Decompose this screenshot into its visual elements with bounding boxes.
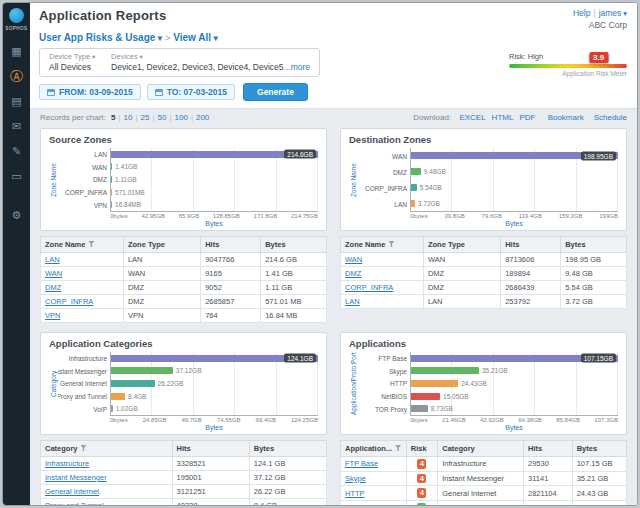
- separator: |: [593, 8, 595, 18]
- row-link[interactable]: Infrastructure: [45, 459, 89, 468]
- row-link[interactable]: Proxy and Tunnel: [45, 501, 103, 505]
- column-header-hits[interactable]: Hits: [501, 237, 561, 253]
- cell: 214.6 GB: [261, 253, 327, 267]
- chart-title: Source Zones: [49, 134, 318, 145]
- category-label: VoIP: [58, 403, 110, 416]
- date-from-picker[interactable]: FROM: 03-09-2015: [39, 84, 141, 100]
- destination-zones-table: Zone NameZone TypeHitsBytesWANWAN8713606…: [340, 236, 627, 309]
- cell: WAN: [123, 267, 200, 281]
- cell: 24.43 GB: [572, 486, 626, 501]
- filter-funnel-icon[interactable]: [388, 241, 394, 247]
- row-link[interactable]: NetBIOS: [345, 503, 375, 505]
- cell: 9165: [201, 267, 261, 281]
- filter-funnel-icon[interactable]: [88, 241, 94, 247]
- column-header-zone-type[interactable]: Zone Type: [123, 237, 200, 253]
- records-option-100[interactable]: 100: [175, 113, 188, 122]
- records-option-25[interactable]: 25: [141, 113, 150, 122]
- x-tick: 214.75GB: [291, 213, 318, 219]
- column-header-category[interactable]: Category: [41, 441, 173, 457]
- risk-meter-caption: Application Risk Meter: [509, 70, 627, 77]
- column-header-bytes[interactable]: Bytes: [561, 237, 627, 253]
- plot-area: 198.95GB9.48GB5.54GB3.72GB: [410, 148, 618, 212]
- user-menu[interactable]: james: [599, 8, 627, 18]
- category-label: Proxy and Tunnel: [58, 390, 110, 403]
- date-to-picker[interactable]: TO: 07-03-2015: [147, 84, 235, 100]
- column-header-hits[interactable]: Hits: [201, 237, 261, 253]
- records-option-10[interactable]: 10: [124, 113, 133, 122]
- row-link[interactable]: LAN: [345, 297, 360, 306]
- breadcrumb-section-dropdown[interactable]: User App Risks & Usage: [39, 32, 162, 43]
- cell: 8713606: [501, 253, 561, 267]
- bookmark-link[interactable]: Bookmark: [548, 113, 584, 122]
- row-link[interactable]: FTP Base: [345, 459, 378, 468]
- settings-gear-icon[interactable]: ⚙: [3, 203, 30, 228]
- reports-icon[interactable]: ▤: [3, 89, 30, 114]
- download-label: Download:: [413, 113, 451, 122]
- help-link[interactable]: Help: [573, 8, 590, 18]
- row-link[interactable]: General Internet: [45, 487, 99, 496]
- row-link[interactable]: HTTP: [345, 489, 365, 498]
- column-header-category[interactable]: Category: [438, 441, 524, 457]
- category-label: Skype: [358, 365, 410, 378]
- bar-proxy-and-tunnel: [111, 393, 125, 400]
- row-link[interactable]: CORP_INFRA: [45, 297, 93, 306]
- more-devices-link[interactable]: ...more: [284, 62, 310, 72]
- column-header-hits[interactable]: Hits: [524, 441, 573, 457]
- records-option-50[interactable]: 50: [158, 113, 167, 122]
- row-link[interactable]: VPN: [45, 311, 60, 320]
- records-option-5[interactable]: 5: [111, 113, 115, 122]
- filter-funnel-icon[interactable]: [395, 445, 401, 451]
- column-header-risk[interactable]: Risk: [406, 441, 437, 457]
- column-header-bytes[interactable]: Bytes: [572, 441, 626, 457]
- device-type-dropdown[interactable]: Device Type: [49, 52, 95, 61]
- devices-dropdown[interactable]: Devices: [111, 52, 310, 61]
- column-header-application-[interactable]: Application...: [341, 441, 407, 457]
- category-label: WAN: [358, 148, 410, 164]
- bar-value-label: 37.12GB: [176, 367, 202, 374]
- row-link[interactable]: WAN: [345, 255, 362, 264]
- x-tick: 85.84GB: [556, 417, 580, 423]
- bar-tor-proxy: [411, 405, 428, 412]
- row-link[interactable]: CORP_INFRA: [345, 283, 393, 292]
- custom-view-icon[interactable]: ✎: [3, 139, 30, 164]
- column-header-zone-type[interactable]: Zone Type: [423, 237, 500, 253]
- x-axis-ticks: 0bytes21.46GB42.92GB64.38GB85.84GB107.3G…: [410, 417, 618, 423]
- bar-value-label: 9.48GB: [424, 168, 446, 175]
- row-link[interactable]: DMZ: [345, 269, 361, 278]
- email-schedule-icon[interactable]: ✉: [3, 114, 30, 139]
- bar-row: 198.95GB: [411, 148, 618, 164]
- row-link[interactable]: WAN: [45, 269, 62, 278]
- filter-funnel-icon[interactable]: [81, 445, 87, 451]
- plot-area: 107.15GB35.21GB24.43GB15.05GB8.73GB: [410, 352, 618, 416]
- compliance-icon[interactable]: ▭: [3, 164, 30, 189]
- category-axis: WANDMZCORP_INFRALAN: [358, 148, 410, 212]
- bar-value-label: 214.6GB: [284, 150, 316, 159]
- destination-zones-chart: Zone Name WANDMZCORP_INFRALAN 198.95GB9.…: [349, 148, 618, 227]
- download-pdf-link[interactable]: PDF: [519, 113, 535, 122]
- schedule-link[interactable]: Schedule: [594, 113, 627, 122]
- row-link[interactable]: DMZ: [45, 283, 61, 292]
- cell: 35.21 GB: [572, 471, 626, 486]
- row-link[interactable]: Skype: [345, 474, 366, 483]
- download-excel-link[interactable]: EXCEL: [459, 113, 485, 122]
- column-header-hits[interactable]: Hits: [172, 441, 249, 457]
- row-link[interactable]: Instant Messenger: [45, 473, 107, 482]
- records-option-200[interactable]: 200: [196, 113, 209, 122]
- column-header-bytes[interactable]: Bytes: [261, 237, 327, 253]
- table-row: Skype4Instant Messenger3114135.21 GB: [341, 471, 627, 486]
- cell: DMZ: [423, 281, 500, 295]
- table-row: NetBIOS1Infrastructure49001015.05 GB: [341, 501, 627, 505]
- column-header-bytes[interactable]: Bytes: [249, 441, 326, 457]
- cell: WAN: [341, 253, 424, 267]
- x-tick: 0bytes: [110, 417, 128, 423]
- download-html-link[interactable]: HTML: [492, 113, 514, 122]
- column-header-zone-name[interactable]: Zone Name: [41, 237, 124, 253]
- cell: 9047766: [201, 253, 261, 267]
- dashboard-icon[interactable]: ▦: [3, 39, 30, 64]
- column-header-zone-name[interactable]: Zone Name: [341, 237, 424, 253]
- current-activity-icon[interactable]: Ⓐ: [3, 64, 30, 89]
- breadcrumb-view-dropdown[interactable]: View All: [173, 32, 217, 43]
- row-link[interactable]: LAN: [45, 255, 60, 264]
- device-filter-box: Device Type All Devices Devices Device1,…: [39, 48, 320, 77]
- generate-button[interactable]: Generate: [243, 83, 308, 101]
